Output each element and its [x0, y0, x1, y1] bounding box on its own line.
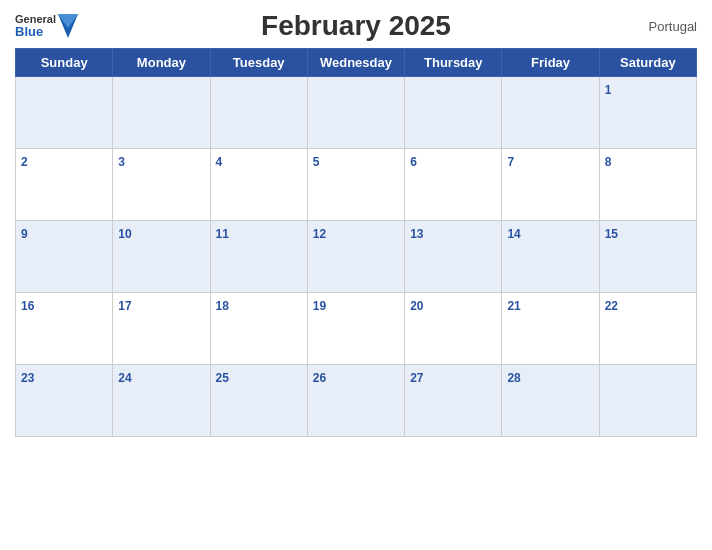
calendar-week-row: 2345678	[16, 149, 697, 221]
day-number: 27	[410, 371, 423, 385]
day-number: 6	[410, 155, 417, 169]
calendar-day-cell: 14	[502, 221, 599, 293]
day-number: 3	[118, 155, 125, 169]
calendar-day-cell: 4	[210, 149, 307, 221]
calendar-day-cell: 24	[113, 365, 210, 437]
calendar-day-cell: 28	[502, 365, 599, 437]
calendar-day-cell: 5	[307, 149, 404, 221]
calendar-week-row: 9101112131415	[16, 221, 697, 293]
calendar-day-cell: 26	[307, 365, 404, 437]
day-number: 17	[118, 299, 131, 313]
calendar-day-cell: 9	[16, 221, 113, 293]
day-number: 22	[605, 299, 618, 313]
calendar-day-cell: 20	[405, 293, 502, 365]
day-number: 14	[507, 227, 520, 241]
calendar-day-cell: 15	[599, 221, 696, 293]
weekday-header: Friday	[502, 49, 599, 77]
day-number: 12	[313, 227, 326, 241]
calendar-week-row: 1	[16, 77, 697, 149]
calendar-day-cell	[210, 77, 307, 149]
country-label: Portugal	[649, 19, 697, 34]
day-number: 25	[216, 371, 229, 385]
calendar-day-cell: 13	[405, 221, 502, 293]
day-number: 20	[410, 299, 423, 313]
day-number: 19	[313, 299, 326, 313]
weekday-header: Thursday	[405, 49, 502, 77]
calendar-day-cell	[113, 77, 210, 149]
weekday-header: Saturday	[599, 49, 696, 77]
day-number: 8	[605, 155, 612, 169]
calendar-day-cell: 22	[599, 293, 696, 365]
calendar-day-cell: 18	[210, 293, 307, 365]
day-number: 28	[507, 371, 520, 385]
day-number: 2	[21, 155, 28, 169]
calendar-day-cell: 1	[599, 77, 696, 149]
calendar-day-cell: 6	[405, 149, 502, 221]
day-number: 15	[605, 227, 618, 241]
day-number: 7	[507, 155, 514, 169]
calendar-header-row: SundayMondayTuesdayWednesdayThursdayFrid…	[16, 49, 697, 77]
calendar-day-cell: 12	[307, 221, 404, 293]
day-number: 26	[313, 371, 326, 385]
calendar-week-row: 232425262728	[16, 365, 697, 437]
logo: General Blue	[15, 13, 78, 39]
calendar-day-cell: 23	[16, 365, 113, 437]
logo-icon	[58, 14, 78, 38]
day-number: 23	[21, 371, 34, 385]
day-number: 10	[118, 227, 131, 241]
calendar-day-cell: 8	[599, 149, 696, 221]
calendar-table: SundayMondayTuesdayWednesdayThursdayFrid…	[15, 48, 697, 437]
weekday-header: Monday	[113, 49, 210, 77]
page-title: February 2025	[261, 10, 451, 42]
calendar-day-cell: 16	[16, 293, 113, 365]
day-number: 4	[216, 155, 223, 169]
calendar-day-cell: 27	[405, 365, 502, 437]
calendar-day-cell: 11	[210, 221, 307, 293]
weekday-header: Sunday	[16, 49, 113, 77]
calendar-body: 1234567891011121314151617181920212223242…	[16, 77, 697, 437]
calendar-day-cell: 19	[307, 293, 404, 365]
weekday-header: Wednesday	[307, 49, 404, 77]
calendar-day-cell	[16, 77, 113, 149]
calendar-day-cell: 7	[502, 149, 599, 221]
day-number: 13	[410, 227, 423, 241]
calendar-day-cell: 3	[113, 149, 210, 221]
calendar-header: General Blue February 2025 Portugal	[15, 10, 697, 42]
day-number: 18	[216, 299, 229, 313]
calendar-day-cell: 25	[210, 365, 307, 437]
calendar-day-cell: 21	[502, 293, 599, 365]
calendar-day-cell: 2	[16, 149, 113, 221]
day-number: 9	[21, 227, 28, 241]
day-number: 21	[507, 299, 520, 313]
day-number: 1	[605, 83, 612, 97]
logo-blue: Blue	[15, 25, 56, 39]
calendar-day-cell	[307, 77, 404, 149]
calendar-day-cell: 17	[113, 293, 210, 365]
calendar-day-cell	[502, 77, 599, 149]
day-number: 16	[21, 299, 34, 313]
day-number: 5	[313, 155, 320, 169]
calendar-day-cell	[599, 365, 696, 437]
calendar-week-row: 16171819202122	[16, 293, 697, 365]
weekday-header: Tuesday	[210, 49, 307, 77]
calendar-day-cell	[405, 77, 502, 149]
calendar-day-cell: 10	[113, 221, 210, 293]
day-number: 11	[216, 227, 229, 241]
day-number: 24	[118, 371, 131, 385]
